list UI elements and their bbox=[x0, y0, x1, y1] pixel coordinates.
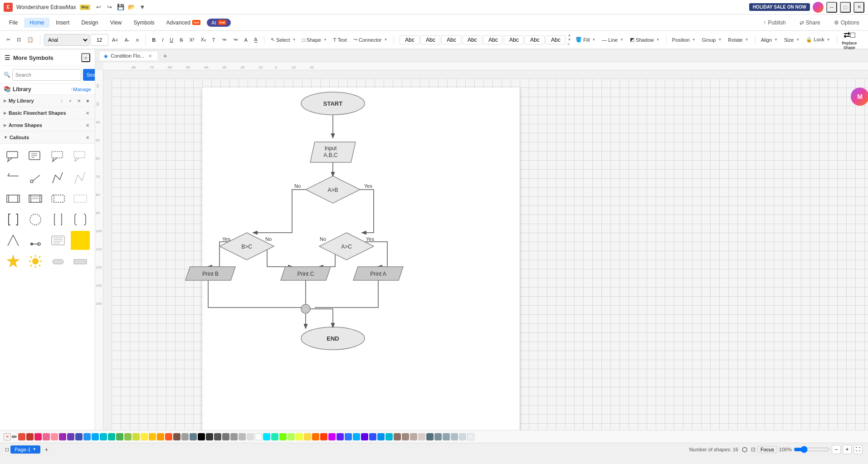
arrow-shapes-header[interactable]: ▶ Arrow Shapes ✕ bbox=[0, 119, 95, 132]
callout-shape-16[interactable] bbox=[71, 210, 90, 229]
color-swatch[interactable] bbox=[67, 433, 74, 440]
style-swatch-8[interactable]: Abc bbox=[546, 35, 566, 44]
callout-shape-10[interactable] bbox=[26, 189, 45, 208]
italic-button[interactable]: I bbox=[159, 36, 166, 44]
color-swatch[interactable] bbox=[214, 433, 221, 440]
color-swatch[interactable] bbox=[385, 433, 393, 440]
callout-shape-18[interactable] bbox=[26, 231, 45, 250]
list-button[interactable]: ≔ bbox=[219, 35, 229, 44]
page-select-icon[interactable]: □ bbox=[5, 446, 9, 453]
menu-design[interactable]: Design bbox=[76, 18, 103, 28]
color-swatch[interactable] bbox=[402, 433, 409, 440]
color-swatch[interactable] bbox=[83, 433, 91, 440]
diagram-canvas[interactable]: START Input A,B,C A>B No Yes bbox=[112, 78, 868, 430]
no-fill-icon[interactable]: ✕ bbox=[4, 433, 11, 440]
color-swatch[interactable] bbox=[361, 433, 368, 440]
zoom-in-button[interactable]: + bbox=[843, 445, 852, 454]
color-swatch[interactable] bbox=[328, 433, 336, 440]
callout-shape-21[interactable] bbox=[4, 252, 23, 271]
style-swatch-5[interactable]: Abc bbox=[483, 35, 503, 44]
add-tab-button[interactable]: + bbox=[160, 51, 170, 61]
focus-button[interactable]: Focus bbox=[757, 446, 777, 453]
color-swatch[interactable] bbox=[100, 433, 107, 440]
callout-shape-15[interactable] bbox=[49, 210, 68, 229]
zoom-slider[interactable] bbox=[794, 446, 830, 453]
style-swatch-7[interactable]: Abc bbox=[525, 35, 545, 44]
callout-shape-19[interactable] bbox=[49, 231, 68, 250]
size-button[interactable]: Size bbox=[781, 36, 802, 44]
color-swatch[interactable] bbox=[124, 433, 132, 440]
more-button[interactable]: ▼ bbox=[137, 2, 147, 12]
user-avatar[interactable] bbox=[813, 2, 824, 13]
fullscreen-button[interactable]: ⛶ bbox=[853, 445, 863, 454]
callout-shape-5[interactable] bbox=[4, 168, 23, 187]
color-swatch[interactable] bbox=[92, 433, 99, 440]
text-size-button[interactable]: T bbox=[210, 36, 218, 44]
search-input[interactable] bbox=[12, 69, 81, 81]
callout-shape-20[interactable] bbox=[71, 231, 90, 250]
styles-down-arrow[interactable]: ▼ bbox=[567, 38, 571, 42]
color-swatch[interactable] bbox=[230, 433, 238, 440]
color-swatch[interactable] bbox=[336, 433, 344, 440]
menu-advanced[interactable]: Advanced hot bbox=[161, 18, 206, 28]
callout-shape-24[interactable] bbox=[71, 252, 90, 271]
menu-view[interactable]: View bbox=[105, 18, 127, 28]
styles-expand-arrow[interactable]: ≡ bbox=[567, 42, 571, 46]
style-swatch-4[interactable]: Abc bbox=[462, 35, 482, 44]
callout-shape-7[interactable] bbox=[49, 168, 68, 187]
callout-shape-17[interactable] bbox=[4, 231, 23, 250]
close-button[interactable]: ✕ bbox=[853, 2, 864, 13]
callout-shape-23[interactable] bbox=[49, 252, 68, 271]
styles-up-arrow[interactable]: ▲ bbox=[567, 33, 571, 37]
paste-button[interactable]: 📋 bbox=[24, 35, 36, 44]
color-swatch[interactable] bbox=[443, 433, 450, 440]
callout-shape-4[interactable] bbox=[71, 147, 90, 166]
color-swatch[interactable] bbox=[377, 433, 385, 440]
menu-home[interactable]: Home bbox=[24, 18, 49, 28]
color-swatch[interactable] bbox=[132, 433, 140, 440]
text-button[interactable]: T Text bbox=[331, 36, 350, 44]
color-swatch[interactable] bbox=[304, 433, 311, 440]
color-swatch[interactable] bbox=[206, 433, 213, 440]
position-button[interactable]: Position bbox=[669, 36, 698, 44]
color-swatch[interactable] bbox=[239, 433, 246, 440]
color-swatch[interactable] bbox=[165, 433, 172, 440]
arrow-shapes-close-icon[interactable]: ✕ bbox=[84, 122, 91, 129]
color-swatch[interactable] bbox=[149, 433, 156, 440]
color-swatch[interactable] bbox=[75, 433, 83, 440]
line-button[interactable]: — Line bbox=[599, 36, 626, 44]
copy-button[interactable]: ⊡ bbox=[14, 35, 24, 44]
superscript-button[interactable]: X² bbox=[187, 36, 197, 44]
color-swatch[interactable] bbox=[271, 433, 278, 440]
color-swatch[interactable] bbox=[418, 433, 425, 440]
color-swatch[interactable] bbox=[410, 433, 417, 440]
callouts-header[interactable]: ▼ Callouts ✕ bbox=[0, 132, 95, 144]
menu-ai[interactable]: AI hot bbox=[207, 19, 231, 27]
export-icon[interactable]: ↑ bbox=[58, 97, 65, 104]
options-button[interactable]: ⚙ Options bbox=[829, 17, 864, 28]
open-button[interactable]: 📂 bbox=[127, 2, 137, 12]
color-swatch[interactable] bbox=[247, 433, 254, 440]
callout-shape-6[interactable] bbox=[26, 168, 45, 187]
color-swatch[interactable] bbox=[198, 433, 205, 440]
add-icon[interactable]: + bbox=[67, 97, 74, 104]
color-swatch[interactable] bbox=[181, 433, 189, 440]
color-swatch[interactable] bbox=[255, 433, 262, 440]
callout-shape-22[interactable] bbox=[26, 252, 45, 271]
strikethrough-button[interactable]: S bbox=[177, 36, 185, 44]
callout-shape-12[interactable] bbox=[71, 189, 90, 208]
my-library-header[interactable]: ▶ My Library ↑ + ✕ ★ bbox=[0, 95, 95, 107]
undo-button[interactable]: ↩ bbox=[94, 2, 104, 12]
color-swatch[interactable] bbox=[59, 433, 66, 440]
menu-symbols[interactable]: Symbols bbox=[128, 18, 160, 28]
share-button[interactable]: ⇄ Share bbox=[795, 17, 825, 28]
style-swatch-6[interactable]: Abc bbox=[504, 35, 524, 44]
connector-button[interactable]: ⤳ Connector bbox=[351, 35, 390, 44]
cut-button[interactable]: ✂ bbox=[4, 35, 13, 44]
font-family-select[interactable]: Arial bbox=[44, 34, 89, 46]
tab-condition-flow[interactable]: ◉ Condition Flo... ✕ bbox=[99, 51, 158, 60]
manage-button[interactable]: Manage bbox=[73, 87, 91, 92]
color-swatch[interactable] bbox=[312, 433, 319, 440]
zoom-out-button[interactable]: − bbox=[832, 445, 841, 454]
restore-button[interactable]: □ bbox=[840, 2, 851, 13]
